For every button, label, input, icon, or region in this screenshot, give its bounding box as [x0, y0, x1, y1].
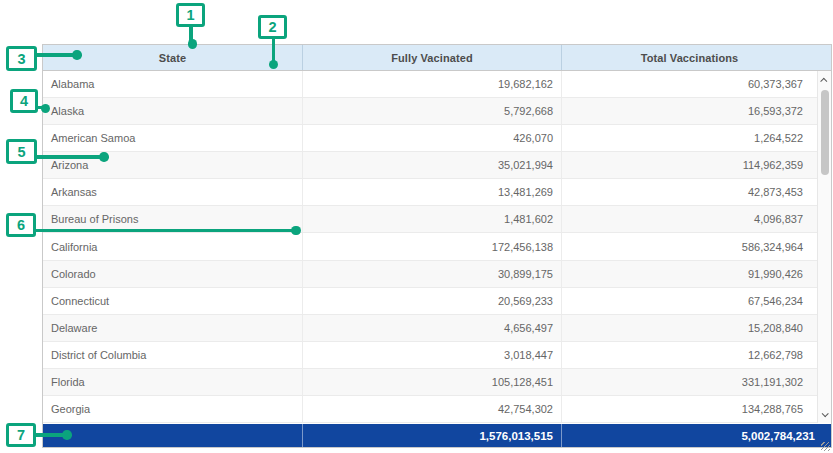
cell-total-vaccinations: 60,373,367: [561, 71, 831, 97]
cell-fully-vaccinated: 20,569,233: [302, 288, 561, 314]
callout-4-dot: [41, 104, 51, 114]
cell-total-vaccinations: 586,324,964: [561, 233, 831, 259]
table-row[interactable]: Arkansas 13,481,269 42,873,453: [43, 179, 831, 206]
callout-2-connector: [272, 38, 276, 62]
cell-total-vaccinations: 42,873,453: [561, 179, 831, 205]
resize-grip-icon[interactable]: [821, 442, 830, 451]
cell-state: California: [43, 233, 302, 259]
column-header-state[interactable]: State: [43, 45, 302, 70]
cell-state: Delaware: [43, 315, 302, 341]
table-row[interactable]: American Samoa 426,070 1,264,522: [43, 125, 831, 152]
table-row[interactable]: Delaware 4,656,497 15,208,840: [43, 315, 831, 342]
chevron-up-icon: [820, 77, 827, 84]
cell-total-vaccinations: 1,264,522: [561, 125, 831, 151]
table-row[interactable]: District of Columbia 3,018,447 12,662,79…: [43, 342, 831, 369]
cell-fully-vaccinated: 42,754,302: [302, 396, 561, 422]
cell-state: Connecticut: [43, 288, 302, 314]
cell-total-vaccinations: 12,662,798: [561, 342, 831, 368]
table-row[interactable]: Arizona 35,021,994 114,962,359: [43, 152, 831, 179]
cell-fully-vaccinated: 35,021,994: [302, 152, 561, 178]
cell-fully-vaccinated: 5,792,668: [302, 98, 561, 124]
callout-3-dot: [72, 50, 82, 60]
totals-state-cell: [43, 424, 302, 447]
chevron-down-icon: [822, 410, 829, 417]
totals-fully-vaccinated-cell: 1,576,013,515: [302, 424, 561, 447]
cell-fully-vaccinated: 30,899,175: [302, 261, 561, 287]
callout-1: 1: [176, 3, 205, 27]
cell-total-vaccinations: 331,191,302: [561, 369, 831, 395]
cell-fully-vaccinated: 19,682,162: [302, 71, 561, 97]
cell-total-vaccinations: 67,546,234: [561, 288, 831, 314]
column-header-total-vaccinations[interactable]: Total Vaccinations: [561, 45, 831, 70]
scroll-down-button[interactable]: [818, 407, 831, 421]
table-row[interactable]: Alabama 19,682,162 60,373,367: [43, 71, 831, 98]
table-row[interactable]: Georgia 42,754,302 134,288,765: [43, 396, 831, 423]
callout-7-dot: [62, 430, 72, 440]
table-row[interactable]: California 172,456,138 586,324,964: [43, 233, 831, 260]
cell-fully-vaccinated: 172,456,138: [302, 233, 561, 259]
table-row[interactable]: Colorado 30,899,175 91,990,426: [43, 261, 831, 288]
column-header-fully-vaccinated[interactable]: Fully Vacinated: [302, 45, 561, 70]
table-row[interactable]: Florida 105,128,451 331,191,302: [43, 369, 831, 396]
scroll-up-button[interactable]: [818, 73, 831, 87]
callout-5-connector: [35, 155, 102, 159]
cell-total-vaccinations: 15,208,840: [561, 315, 831, 341]
cell-total-vaccinations: 4,096,837: [561, 206, 831, 232]
callout-6-connector: [34, 229, 294, 233]
table-row[interactable]: Alaska 5,792,668 16,593,372: [43, 98, 831, 125]
cell-fully-vaccinated: 1,481,602: [302, 206, 561, 232]
cell-total-vaccinations: 91,990,426: [561, 261, 831, 287]
cell-total-vaccinations: 114,962,359: [561, 152, 831, 178]
callout-5: 5: [6, 139, 37, 164]
list-table: State Fully Vacinated Total Vaccinations…: [42, 44, 832, 448]
scrollbar-thumb[interactable]: [821, 90, 829, 175]
totals-row: 1,576,013,515 5,002,784,231: [43, 424, 831, 447]
callout-7: 7: [6, 423, 36, 447]
cell-state: Georgia: [43, 396, 302, 422]
callout-3: 3: [6, 46, 37, 71]
callout-5-dot: [99, 152, 109, 162]
cell-state: Colorado: [43, 261, 302, 287]
cell-state: Alaska: [43, 98, 302, 124]
table-header-row: State Fully Vacinated Total Vaccinations: [43, 45, 831, 71]
cell-state: Arkansas: [43, 179, 302, 205]
callout-4: 4: [10, 89, 38, 113]
cell-state: Alabama: [43, 71, 302, 97]
table-body: Alabama 19,682,162 60,373,367 Alaska 5,7…: [43, 71, 831, 423]
callout-2: 2: [258, 15, 287, 39]
callout-6-dot: [291, 226, 301, 236]
callout-1-dot: [188, 39, 198, 49]
cell-state: American Samoa: [43, 125, 302, 151]
vertical-scrollbar[interactable]: [817, 71, 831, 423]
cell-fully-vaccinated: 426,070: [302, 125, 561, 151]
cell-fully-vaccinated: 13,481,269: [302, 179, 561, 205]
table-row[interactable]: Connecticut 20,569,233 67,546,234: [43, 288, 831, 315]
callout-3-connector: [35, 53, 75, 57]
totals-total-vaccinations-cell: 5,002,784,231: [561, 424, 831, 447]
cell-total-vaccinations: 16,593,372: [561, 98, 831, 124]
cell-state: Florida: [43, 369, 302, 395]
callout-2-dot: [269, 60, 279, 70]
cell-fully-vaccinated: 105,128,451: [302, 369, 561, 395]
cell-fully-vaccinated: 3,018,447: [302, 342, 561, 368]
screenshot-canvas: State Fully Vacinated Total Vaccinations…: [0, 0, 833, 453]
callout-6: 6: [6, 213, 36, 237]
cell-fully-vaccinated: 4,656,497: [302, 315, 561, 341]
cell-total-vaccinations: 134,288,765: [561, 396, 831, 422]
cell-state: District of Columbia: [43, 342, 302, 368]
